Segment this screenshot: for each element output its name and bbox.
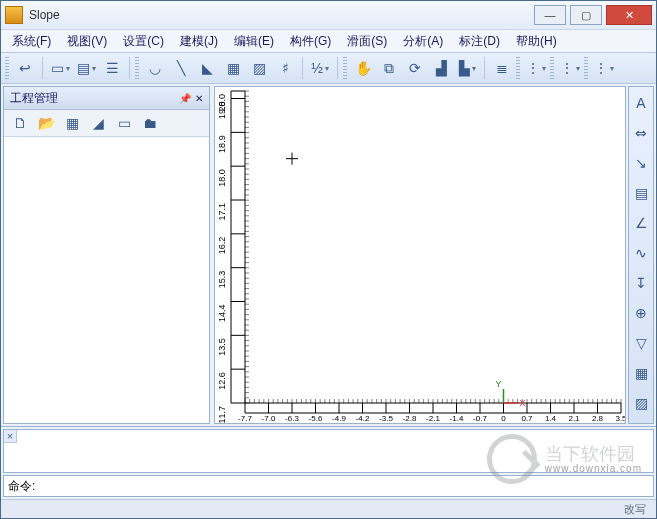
- status-bar: 改写: [1, 499, 656, 518]
- grid-icon[interactable]: ♯: [273, 56, 297, 80]
- more3-icon[interactable]: ⋮: [592, 56, 616, 80]
- body: 工程管理 🗋 📂 ▦ ◢ ▭ 🖿 11.712.613.514.415.316.…: [1, 84, 656, 426]
- separator: [42, 57, 43, 79]
- svg-text:-4.2: -4.2: [356, 414, 370, 423]
- svg-text:0.7: 0.7: [521, 414, 533, 423]
- copy-icon[interactable]: ⧉: [377, 56, 401, 80]
- svg-text:14.4: 14.4: [217, 305, 227, 323]
- table-icon[interactable]: ▦: [60, 111, 84, 135]
- toolbar-grip[interactable]: [550, 57, 554, 79]
- svg-text:-2.8: -2.8: [403, 414, 417, 423]
- folder-icon[interactable]: 🖿: [138, 111, 162, 135]
- layer2-icon[interactable]: ▤: [74, 56, 98, 80]
- section-icon[interactable]: ▭: [112, 111, 136, 135]
- anchor-icon[interactable]: ↧: [629, 271, 653, 295]
- svg-text:16.2: 16.2: [217, 237, 227, 255]
- menu-analysis[interactable]: 分析(A): [396, 31, 450, 52]
- fraction-icon[interactable]: ½: [308, 56, 332, 80]
- window-title: Slope: [29, 8, 534, 22]
- minimize-button[interactable]: —: [534, 5, 566, 25]
- line-icon[interactable]: ╲: [169, 56, 193, 80]
- menu-annotate[interactable]: 标注(D): [452, 31, 507, 52]
- command-input[interactable]: [39, 478, 649, 494]
- status-right: 改写: [624, 502, 646, 517]
- new-file-icon[interactable]: 🗋: [8, 111, 32, 135]
- right-toolbar: A ⇔ ↘ ▤ ∠ ∿ ↧ ⊕ ▽ ▦ ▨: [628, 86, 654, 424]
- menu-model[interactable]: 建模(J): [173, 31, 225, 52]
- legend-icon[interactable]: ▦: [629, 361, 653, 385]
- dimension-icon[interactable]: ⇔: [629, 121, 653, 145]
- svg-text:X: X: [520, 398, 526, 408]
- chart-icon[interactable]: ▟: [429, 56, 453, 80]
- toolbar-grip[interactable]: [343, 57, 347, 79]
- svg-text:3.5: 3.5: [615, 414, 625, 423]
- menu-edit[interactable]: 编辑(E): [227, 31, 281, 52]
- level-icon[interactable]: ⊕: [629, 301, 653, 325]
- slope-icon[interactable]: ◢: [86, 111, 110, 135]
- titlebar: Slope — ▢ ✕: [1, 1, 656, 30]
- svg-text:-7.0: -7.0: [262, 414, 276, 423]
- svg-text:20.0: 20.0: [217, 94, 227, 112]
- drawing-canvas[interactable]: 11.712.613.514.415.316.217.118.018.919.8…: [214, 86, 626, 424]
- open-file-icon[interactable]: 📂: [34, 111, 58, 135]
- svg-text:-3.5: -3.5: [379, 414, 393, 423]
- window-controls: — ▢ ✕: [534, 5, 652, 25]
- layer-icon[interactable]: ▭: [48, 56, 72, 80]
- toolbar-grip[interactable]: [5, 57, 9, 79]
- menu-view[interactable]: 视图(V): [60, 31, 114, 52]
- close-button[interactable]: ✕: [606, 5, 652, 25]
- message-close-icon[interactable]: ×: [4, 430, 17, 443]
- hatch-icon[interactable]: ▦: [221, 56, 245, 80]
- svg-text:13.5: 13.5: [217, 338, 227, 356]
- text-icon[interactable]: A: [629, 91, 653, 115]
- svg-text:-6.3: -6.3: [285, 414, 299, 423]
- menu-settings[interactable]: 设置(C): [116, 31, 171, 52]
- elev-icon[interactable]: ▽: [629, 331, 653, 355]
- project-panel: 工程管理 🗋 📂 ▦ ◢ ▭ 🖿: [3, 86, 210, 424]
- svg-text:18.0: 18.0: [217, 169, 227, 187]
- separator: [484, 57, 485, 79]
- toolbar: ↩ ▭ ▤ ☰ ◡ ╲ ◣ ▦ ▨ ♯ ½ ✋ ⧉ ⟳ ▟ ▙ ≣ ⋮ ⋮ ⋮: [1, 53, 656, 84]
- rotate-icon[interactable]: ⟳: [403, 56, 427, 80]
- panel-close-icon[interactable]: [195, 91, 203, 105]
- area-icon[interactable]: ▙: [455, 56, 479, 80]
- more1-icon[interactable]: ⋮: [524, 56, 548, 80]
- hatch2-icon[interactable]: ▨: [629, 391, 653, 415]
- pin-icon[interactable]: [179, 91, 191, 105]
- toolbar-grip[interactable]: [516, 57, 520, 79]
- menu-help[interactable]: 帮助(H): [509, 31, 564, 52]
- command-row: 命令:: [3, 475, 654, 497]
- svg-text:-4.9: -4.9: [332, 414, 346, 423]
- edge-icon[interactable]: ◣: [195, 56, 219, 80]
- menu-system[interactable]: 系统(F): [5, 31, 58, 52]
- undo-icon[interactable]: ↩: [13, 56, 37, 80]
- toolbar-grip[interactable]: [135, 57, 139, 79]
- leader-icon[interactable]: ↘: [629, 151, 653, 175]
- note-icon[interactable]: ▤: [629, 181, 653, 205]
- separator: [129, 57, 130, 79]
- message-box[interactable]: ×: [3, 429, 654, 473]
- svg-text:-0.7: -0.7: [473, 414, 487, 423]
- more2-icon[interactable]: ⋮: [558, 56, 582, 80]
- menu-component[interactable]: 构件(G): [283, 31, 338, 52]
- props-icon[interactable]: ≣: [490, 56, 514, 80]
- project-panel-title: 工程管理: [4, 87, 209, 110]
- angle-icon[interactable]: ∠: [629, 211, 653, 235]
- project-toolbar: 🗋 📂 ▦ ◢ ▭ 🖿: [4, 110, 209, 137]
- hand-icon[interactable]: ✋: [351, 56, 375, 80]
- arc-icon[interactable]: ◡: [143, 56, 167, 80]
- maximize-button[interactable]: ▢: [570, 5, 602, 25]
- curve-icon[interactable]: ∿: [629, 241, 653, 265]
- list-icon[interactable]: ☰: [100, 56, 124, 80]
- menu-surface[interactable]: 滑面(S): [340, 31, 394, 52]
- svg-text:1.4: 1.4: [545, 414, 557, 423]
- app-window: Slope — ▢ ✕ 系统(F) 视图(V) 设置(C) 建模(J) 编辑(E…: [0, 0, 657, 519]
- toolbar-grip[interactable]: [584, 57, 588, 79]
- svg-text:2.8: 2.8: [592, 414, 604, 423]
- svg-text:12.6: 12.6: [217, 372, 227, 390]
- region-icon[interactable]: ▨: [247, 56, 271, 80]
- command-label: 命令:: [8, 478, 35, 495]
- project-tree[interactable]: [4, 137, 209, 423]
- svg-text:-1.4: -1.4: [450, 414, 464, 423]
- svg-text:-2.1: -2.1: [426, 414, 440, 423]
